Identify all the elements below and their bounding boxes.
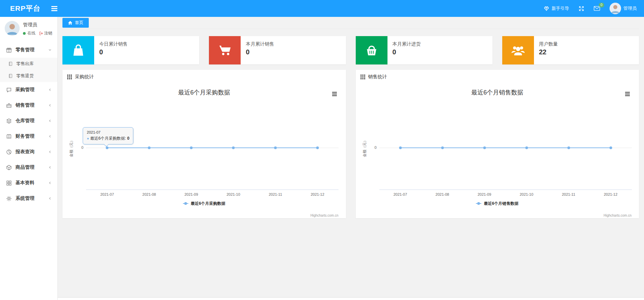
sidebar-item-retail-outbound[interactable]: 零售出库 bbox=[0, 58, 57, 70]
legend-item[interactable]: 最近6个月采购数据 bbox=[183, 201, 225, 207]
sidebar-item-sales[interactable]: 销售管理 bbox=[0, 98, 57, 113]
sales-chart: 最近6个月销售数据金额（元）02021-072021-082021-092021… bbox=[356, 84, 639, 218]
sidebar-item-reports[interactable]: 报表查询 bbox=[0, 144, 57, 160]
mail-badge: 0 bbox=[599, 3, 604, 7]
data-point[interactable] bbox=[609, 146, 612, 149]
sidebar-user-name: 管理员 bbox=[23, 22, 52, 28]
logout-button[interactable]: 注销 bbox=[39, 30, 52, 36]
data-point[interactable] bbox=[441, 146, 444, 149]
tab-home[interactable]: 首页 bbox=[62, 18, 89, 28]
data-point[interactable] bbox=[148, 146, 151, 149]
user-avatar bbox=[610, 3, 621, 14]
sidebar-menu: 零售管理 零售出库 零售退货 采购管理 销售管理 bbox=[0, 42, 57, 206]
stat-value: 22 bbox=[539, 48, 558, 56]
gift-icon bbox=[6, 47, 12, 53]
chevron-left-icon bbox=[48, 181, 52, 185]
data-point[interactable] bbox=[190, 146, 193, 149]
shopping-basket-icon bbox=[356, 36, 387, 64]
sidebar-toggle-icon[interactable] bbox=[50, 5, 59, 12]
chart-title: 最近6个月采购数据 bbox=[62, 88, 346, 97]
x-axis-tick-label: 2021-12 bbox=[301, 192, 334, 196]
sidebar-avatar bbox=[5, 21, 20, 36]
y-axis-tick-label: 0 bbox=[72, 145, 83, 149]
sidebar-item-warehouse[interactable]: 仓库管理 bbox=[0, 113, 57, 129]
briefcase-icon bbox=[6, 103, 12, 108]
th-grid-icon bbox=[67, 75, 72, 79]
data-point[interactable] bbox=[232, 146, 235, 149]
grid-icon bbox=[6, 180, 12, 186]
guide-button[interactable]: 新手引导 bbox=[544, 5, 569, 11]
chevron-left-icon bbox=[48, 119, 52, 123]
book-icon bbox=[6, 134, 12, 139]
data-point[interactable] bbox=[525, 146, 528, 149]
legend-label: 最近6个月销售数据 bbox=[484, 201, 518, 207]
highcharts-credits-link[interactable]: Highcharts.com.cn bbox=[311, 214, 339, 217]
chart-export-menu-button[interactable] bbox=[331, 91, 338, 97]
x-axis-tick-label: 2021-09 bbox=[175, 192, 208, 196]
x-axis-tick-label: 2021-10 bbox=[510, 192, 543, 196]
chart-canvas bbox=[356, 84, 639, 218]
chevron-left-icon bbox=[48, 134, 52, 138]
retail-submenu: 零售出库 零售退货 bbox=[0, 58, 57, 82]
highcharts-credits-link[interactable]: Highcharts.com.cn bbox=[603, 214, 632, 217]
chart-canvas bbox=[62, 84, 346, 218]
chart-export-menu-button[interactable] bbox=[624, 91, 631, 97]
home-icon bbox=[68, 21, 73, 25]
shopping-bag-icon bbox=[62, 36, 94, 64]
package-icon bbox=[6, 165, 12, 170]
x-axis-tick-label: 2021-11 bbox=[259, 192, 292, 196]
chevron-left-icon bbox=[48, 150, 52, 154]
user-name: 管理员 bbox=[623, 5, 637, 11]
sales-stats-panel: 销售统计 最近6个月销售数据金额（元）02021-072021-082021-0… bbox=[356, 70, 639, 218]
sidebar-item-products[interactable]: 商品管理 bbox=[0, 160, 57, 175]
chart-legend[interactable]: 最近6个月销售数据 bbox=[356, 200, 639, 207]
page-footer bbox=[58, 297, 644, 300]
data-point[interactable] bbox=[274, 146, 277, 149]
panel-title: 采购统计 bbox=[75, 74, 94, 80]
sidebar-item-retail[interactable]: 零售管理 bbox=[0, 42, 57, 58]
sidebar-item-finance[interactable]: 财务管理 bbox=[0, 129, 57, 144]
legend-marker-icon bbox=[183, 203, 188, 204]
user-menu[interactable]: 管理员 bbox=[610, 3, 637, 14]
y-axis-tick-label: 0 bbox=[365, 145, 377, 149]
fullscreen-button[interactable] bbox=[579, 6, 584, 11]
tab-strip: 首页 bbox=[62, 17, 639, 29]
legend-item[interactable]: 最近6个月销售数据 bbox=[476, 201, 518, 207]
data-point[interactable] bbox=[399, 146, 402, 149]
main-content: 首页 今日累计销售 0 本月累计销售 0 bbox=[58, 17, 644, 300]
stat-value: 0 bbox=[99, 48, 128, 56]
data-point[interactable] bbox=[316, 146, 319, 149]
guide-label: 新手引导 bbox=[552, 5, 569, 11]
stat-card-month-sales: 本月累计销售 0 bbox=[209, 36, 346, 64]
messages-button[interactable]: 0 bbox=[594, 6, 600, 11]
x-axis-tick-label: 2021-08 bbox=[426, 192, 459, 196]
users-icon bbox=[502, 36, 534, 64]
layers-icon bbox=[6, 118, 12, 124]
th-grid-icon bbox=[360, 75, 365, 79]
stat-cards-row: 今日累计销售 0 本月累计销售 0 本月累计进货 0 bbox=[62, 36, 639, 64]
sidebar-item-basic-data[interactable]: 基本资料 bbox=[0, 175, 57, 191]
data-point[interactable] bbox=[567, 146, 570, 149]
x-axis-tick-label: 2021-07 bbox=[90, 192, 124, 196]
logout-label: 注销 bbox=[44, 30, 52, 36]
comment-icon bbox=[6, 87, 12, 93]
x-axis-tick-label: 2021-11 bbox=[552, 192, 586, 196]
stat-value: 0 bbox=[246, 48, 274, 56]
x-axis-tick-label: 2021-07 bbox=[383, 192, 417, 196]
sidebar-item-retail-return[interactable]: 零售退货 bbox=[0, 70, 57, 82]
pie-chart-icon bbox=[6, 149, 12, 155]
tooltip-series-row: ● 最近6个月采购数据: 0 bbox=[87, 136, 129, 141]
online-status-dot bbox=[23, 32, 26, 35]
purchase-stats-panel: 采购统计 最近6个月采购数据金额（元）02021-072021-082021-0… bbox=[62, 70, 346, 218]
stat-card-user-count: 用户数量 22 bbox=[502, 36, 639, 64]
erp-dashboard: ERP平台 新手引导 0 bbox=[0, 0, 644, 300]
panel-header: 销售统计 bbox=[356, 70, 639, 84]
data-point[interactable] bbox=[483, 146, 486, 149]
chart-legend[interactable]: 最近6个月采购数据 bbox=[62, 200, 346, 207]
chart-panels-row: 采购统计 最近6个月采购数据金额（元）02021-072021-082021-0… bbox=[62, 70, 639, 218]
navbar-right: 新手引导 0 管理员 bbox=[544, 3, 644, 14]
chevron-left-icon bbox=[48, 88, 52, 92]
sidebar-item-system[interactable]: 系统管理 bbox=[0, 191, 57, 206]
chart-tooltip: 2021-07● 最近6个月采购数据: 0 bbox=[83, 127, 133, 144]
sidebar-item-purchase[interactable]: 采购管理 bbox=[0, 82, 57, 98]
